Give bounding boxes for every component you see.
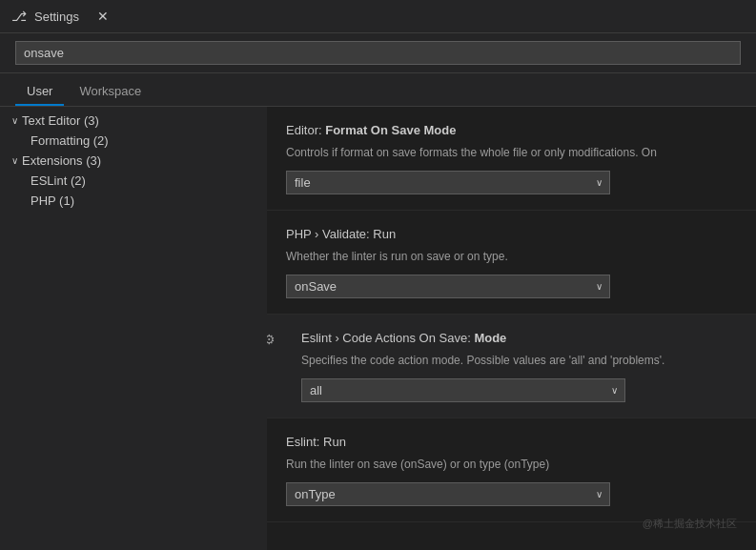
- setting-eslint-run: Eslint: Run Run the linter on save (onSa…: [267, 418, 756, 522]
- sidebar: ∨ Text Editor (3) Formatting (2) ∨ Exten…: [0, 107, 267, 550]
- setting-editor-format-on-save-mode: Editor: Format On Save Mode Controls if …: [267, 107, 756, 211]
- setting-select-1[interactable]: file modifications modificationsIfAvaila…: [286, 171, 610, 194]
- chevron-down-icon: ∨: [11, 115, 18, 126]
- setting-title-1: Editor: Format On Save Mode: [286, 122, 737, 139]
- setting-php-validate-run: PHP › Validate: Run Whether the linter i…: [267, 211, 756, 315]
- search-bar: [0, 33, 756, 73]
- sidebar-child-label: Formatting (2): [31, 133, 109, 148]
- sidebar-section-extensions[interactable]: ∨ Extensions (3): [0, 151, 267, 171]
- main-layout: ∨ Text Editor (3) Formatting (2) ∨ Exten…: [0, 107, 756, 550]
- gear-icon[interactable]: ⚙: [267, 332, 276, 347]
- watermark: @稀土掘金技术社区: [643, 517, 737, 531]
- close-button[interactable]: ✕: [94, 8, 112, 25]
- settings-container: Editor: Format On Save Mode Controls if …: [267, 107, 756, 522]
- setting-desc-1: Controls if format on save formats the w…: [286, 145, 737, 161]
- tab-workspace[interactable]: Workspace: [68, 78, 153, 106]
- sidebar-section-label: Text Editor (3): [22, 113, 99, 128]
- sidebar-section-text-editor[interactable]: ∨ Text Editor (3): [0, 111, 267, 131]
- setting-select-wrapper-2: onSave onType off ∨: [286, 275, 610, 298]
- setting-select-wrapper-3: all problems ∨: [301, 378, 625, 402]
- tab-user[interactable]: User: [15, 78, 64, 106]
- setting-desc-3: Specifies the code action mode. Possible…: [301, 353, 737, 369]
- setting-select-wrapper-4: onSave onType ∨: [286, 482, 610, 506]
- setting-select-2[interactable]: onSave onType off: [286, 275, 610, 298]
- title-bar-text: Settings: [34, 10, 79, 24]
- chevron-down-icon-2: ∨: [11, 155, 18, 166]
- sidebar-item-php[interactable]: PHP (1): [0, 191, 267, 211]
- sidebar-item-formatting[interactable]: Formatting (2): [0, 131, 267, 151]
- setting-select-4[interactable]: onSave onType: [286, 482, 610, 506]
- setting-eslint-code-actions-on-save-mode: ⚙ Eslint › Code Actions On Save: Mode Sp…: [267, 315, 756, 418]
- sidebar-child-label-eslint: ESLint (2): [31, 173, 86, 188]
- sidebar-section-label-2: Extensions (3): [22, 153, 101, 168]
- sidebar-item-eslint[interactable]: ESLint (2): [0, 171, 267, 191]
- setting-select-wrapper-1: file modifications modificationsIfAvaila…: [286, 171, 610, 194]
- setting-desc-2: Whether the linter is run on save or on …: [286, 249, 737, 265]
- file-icon: ⎇: [11, 9, 27, 24]
- setting-desc-4: Run the linter on save (onSave) or on ty…: [286, 457, 737, 473]
- setting-title-3: Eslint › Code Actions On Save: Mode: [301, 330, 737, 347]
- sidebar-child-label-php: PHP (1): [31, 194, 74, 208]
- title-bar: ⎇ Settings ✕: [0, 0, 756, 33]
- search-input[interactable]: [15, 41, 741, 65]
- setting-title-4: Eslint: Run: [286, 434, 737, 451]
- setting-title-2: PHP › Validate: Run: [286, 226, 737, 243]
- tabs-bar: User Workspace: [0, 73, 756, 107]
- setting-select-3[interactable]: all problems: [301, 378, 625, 402]
- content-area: Editor: Format On Save Mode Controls if …: [267, 107, 756, 550]
